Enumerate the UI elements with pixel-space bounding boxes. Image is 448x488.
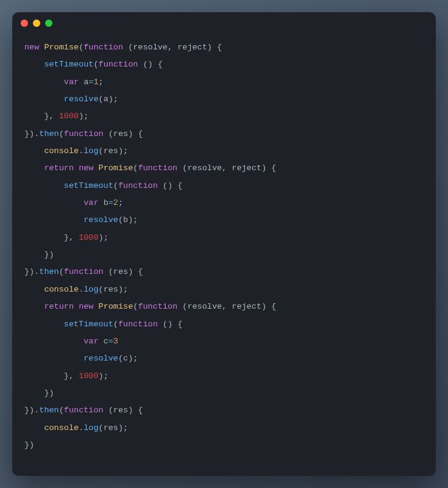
code-token: console [44, 146, 79, 156]
code-token: function [84, 43, 123, 52]
code-token: resolve [84, 354, 118, 363]
code-token [24, 337, 84, 346]
code-token: ; [99, 77, 104, 87]
code-token: 1000 [59, 112, 79, 121]
code-token [24, 198, 84, 207]
code-token: Promise [99, 302, 133, 311]
code-token: var [84, 198, 98, 207]
code-token: b [123, 215, 128, 224]
code-token: , [222, 302, 232, 311]
code-token: ); [128, 215, 138, 224]
code-token: , [168, 43, 177, 52]
code-token: Promise [99, 163, 133, 173]
code-token: c [123, 354, 128, 363]
code-token: c [104, 337, 108, 346]
code-token: new [79, 302, 93, 311]
code-token: Promise [44, 43, 79, 52]
code-token [24, 163, 44, 173]
code-token [99, 337, 104, 346]
code-token: function [138, 302, 177, 311]
minimize-icon[interactable] [33, 20, 40, 27]
code-token [93, 302, 98, 311]
code-token: function [99, 60, 138, 69]
code-token: log [84, 423, 98, 432]
editor-window: new Promise(function (resolve, reject) {… [12, 12, 436, 476]
code-token: = [108, 337, 113, 346]
code-token: }) [24, 389, 54, 398]
code-token [74, 163, 79, 173]
code-token: resolve [84, 215, 118, 224]
code-token: 1000 [79, 233, 98, 242]
code-token: ( [113, 181, 118, 190]
code-token: resolve [64, 95, 99, 104]
code-editor[interactable]: new Promise(function (resolve, reject) {… [12, 34, 436, 466]
code-token: ( [99, 95, 104, 104]
code-token: }). [24, 406, 39, 415]
close-icon[interactable] [21, 20, 28, 27]
code-token: ( [118, 215, 123, 224]
code-token: var [64, 77, 79, 87]
code-token: setTimeout [64, 181, 113, 190]
code-token [93, 163, 98, 173]
code-token: ( [99, 285, 104, 294]
code-token: log [84, 146, 98, 156]
code-token: ( [177, 302, 187, 311]
code-token: new [24, 43, 39, 52]
code-token: b [104, 198, 108, 207]
code-token: ( [123, 43, 133, 52]
code-token: ; [118, 198, 123, 207]
code-token: ( [59, 129, 64, 138]
code-token: ); [108, 95, 118, 104]
code-token [24, 77, 64, 87]
code-token: function [118, 181, 158, 190]
code-token: ); [118, 146, 128, 156]
code-token: ) { [261, 163, 276, 173]
window-titlebar [12, 12, 436, 34]
code-token: ) { [207, 43, 222, 52]
code-token [74, 302, 79, 311]
code-token: ( [59, 406, 64, 415]
code-token [99, 198, 104, 207]
code-token [24, 60, 44, 69]
code-token: ); [99, 371, 108, 381]
code-token: then [39, 406, 59, 415]
code-token: () { [158, 320, 183, 329]
code-token: var [84, 337, 98, 346]
code-token [24, 285, 44, 294]
code-token: ( [113, 320, 118, 329]
code-token [24, 215, 84, 224]
code-token: }, [24, 233, 79, 242]
code-token: return [44, 163, 74, 173]
code-token: () { [138, 60, 163, 69]
code-token [24, 423, 44, 432]
code-token: ( [93, 60, 98, 69]
code-token: reject [177, 43, 207, 52]
code-token [24, 320, 64, 329]
code-token: reject [232, 302, 261, 311]
code-token: res [113, 406, 128, 415]
code-token: res [113, 267, 128, 276]
code-token: then [39, 267, 59, 276]
code-token: ( [104, 267, 113, 276]
code-token: ( [104, 406, 113, 415]
code-token [24, 95, 64, 104]
code-token: ( [118, 354, 123, 363]
code-token: ) { [128, 129, 143, 138]
code-token: reject [232, 163, 261, 173]
code-token: }) [24, 250, 54, 259]
code-token: new [79, 163, 93, 173]
code-token: ); [118, 423, 128, 432]
code-token: resolve [187, 302, 222, 311]
code-token: a [104, 95, 108, 104]
code-token: ); [128, 354, 138, 363]
code-token [24, 354, 84, 363]
code-token: 1000 [79, 371, 98, 381]
maximize-icon[interactable] [45, 20, 52, 27]
code-token: console [44, 285, 79, 294]
code-token: ( [177, 163, 187, 173]
code-token: ( [99, 423, 104, 432]
code-token: then [39, 129, 59, 138]
code-token: ) { [261, 302, 276, 311]
code-token: res [104, 146, 118, 156]
code-token: 3 [113, 337, 118, 346]
